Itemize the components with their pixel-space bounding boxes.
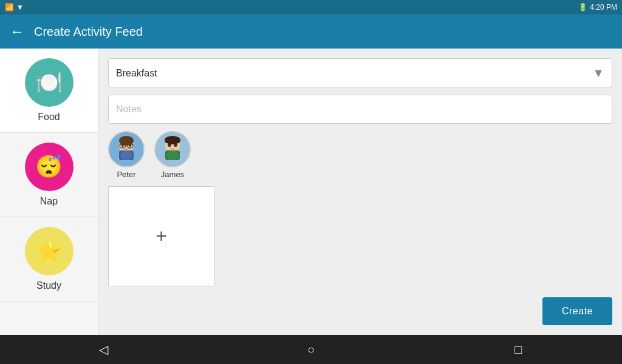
- participant-james[interactable]: James: [154, 131, 191, 179]
- avatar-james: [154, 131, 191, 167]
- nav-home-button[interactable]: ○: [296, 335, 326, 364]
- nap-emoji: 😴: [35, 154, 63, 180]
- participant-peter[interactable]: Peter: [108, 131, 145, 179]
- svg-point-3: [120, 150, 132, 160]
- notes-input[interactable]: [108, 95, 612, 124]
- nav-recent-button[interactable]: □: [504, 335, 533, 364]
- status-bar: 📶 ▼ 🔋 4:20 PM: [0, 0, 622, 15]
- sidebar-label-food: Food: [38, 112, 60, 123]
- participant-james-name: James: [161, 170, 184, 179]
- back-button[interactable]: ←: [10, 24, 24, 39]
- main-layout: 🍽️ Food 😴 Nap ⭐ Study Breakfast Lunch Di…: [0, 49, 622, 335]
- dropdown-arrow-icon: ▼: [592, 66, 604, 80]
- add-photo-area[interactable]: +: [108, 186, 214, 286]
- meal-dropdown[interactable]: Breakfast Lunch Dinner Snack: [116, 68, 592, 78]
- participants-row: Peter Jam: [108, 131, 612, 179]
- wifi-icon: 📶: [5, 3, 14, 12]
- study-icon-circle: ⭐: [25, 227, 73, 275]
- svg-point-13: [166, 150, 179, 160]
- sidebar-label-nap: Nap: [40, 196, 58, 207]
- avatar-peter: [108, 131, 145, 167]
- svg-point-9: [119, 136, 134, 146]
- meal-dropdown-row: Breakfast Lunch Dinner Snack ▼: [108, 58, 612, 87]
- sidebar: 🍽️ Food 😴 Nap ⭐ Study: [0, 49, 98, 335]
- sidebar-item-study[interactable]: ⭐ Study: [0, 217, 98, 302]
- page-title: Create Activity Feed: [34, 25, 143, 39]
- bottom-nav: ◁ ○ □: [0, 335, 622, 364]
- nav-back-button[interactable]: ◁: [89, 335, 118, 364]
- sidebar-item-food[interactable]: 🍽️ Food: [0, 49, 98, 133]
- james-avatar-svg: [156, 132, 190, 166]
- nap-icon-circle: 😴: [25, 143, 73, 191]
- app-header: ← Create Activity Feed: [0, 15, 622, 49]
- peter-avatar-svg: [109, 132, 143, 166]
- sidebar-item-nap[interactable]: 😴 Nap: [0, 133, 98, 217]
- status-time: 4:20 PM: [590, 3, 617, 12]
- food-emoji: 🍽️: [35, 70, 63, 95]
- signal-icon: ▼: [16, 3, 24, 12]
- study-emoji: ⭐: [35, 238, 63, 264]
- add-photo-icon: +: [156, 225, 167, 248]
- create-button[interactable]: Create: [542, 297, 612, 325]
- content-area: Breakfast Lunch Dinner Snack ▼: [98, 49, 622, 335]
- food-icon-circle: 🍽️: [25, 58, 73, 107]
- status-icons-right: 🔋 4:20 PM: [578, 3, 617, 12]
- participant-peter-name: Peter: [117, 170, 135, 179]
- sidebar-label-study: Study: [36, 280, 61, 291]
- battery-icon: 🔋: [578, 3, 587, 12]
- status-icons-left: 📶 ▼: [5, 3, 24, 12]
